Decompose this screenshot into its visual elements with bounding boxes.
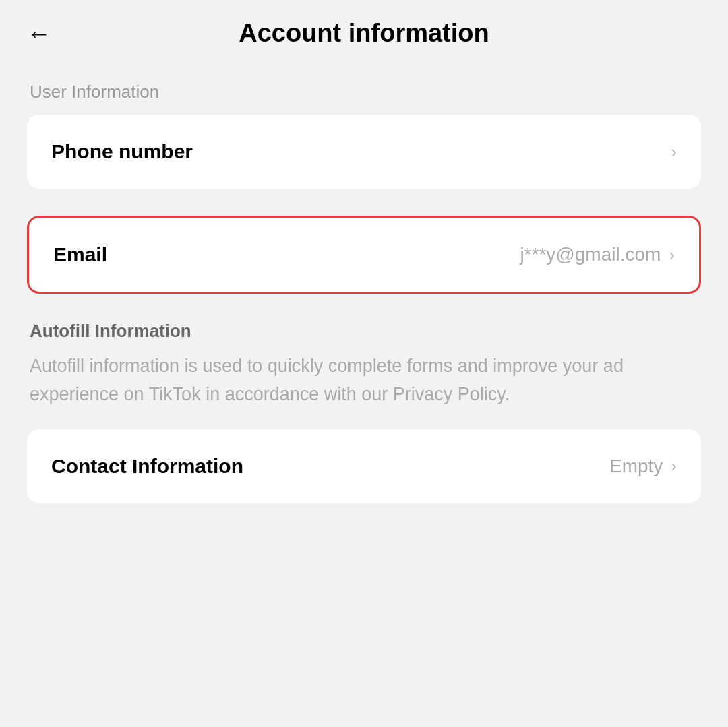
email-label: Email (53, 243, 107, 266)
email-chevron: › (669, 245, 675, 265)
contact-information-chevron: › (671, 455, 677, 476)
autofill-title: Autofill Information (27, 321, 701, 342)
email-value: j***y@gmail.com (520, 244, 661, 265)
phone-number-label: Phone number (51, 140, 193, 163)
contact-information-label: Contact Information (51, 455, 243, 478)
phone-number-card: Phone number › (27, 115, 701, 189)
phone-number-row[interactable]: Phone number › (27, 115, 701, 189)
back-arrow-icon: ← (27, 20, 51, 48)
back-button[interactable]: ← (27, 20, 51, 48)
contact-information-row[interactable]: Contact Information Empty › (27, 429, 701, 503)
main-content: User Information Phone number › Email j*… (0, 61, 728, 550)
user-information-section-label: User Information (27, 82, 701, 102)
page-container: ← Account information User Information P… (0, 0, 728, 550)
email-row[interactable]: Email j***y@gmail.com › (29, 218, 699, 292)
header: ← Account information (0, 0, 728, 61)
email-right: j***y@gmail.com › (520, 244, 675, 265)
phone-number-right: › (663, 141, 677, 162)
phone-number-chevron: › (671, 141, 677, 162)
page-title: Account information (239, 19, 489, 48)
contact-information-value: Empty (609, 455, 663, 477)
contact-information-card: Contact Information Empty › (27, 429, 701, 503)
contact-information-right: Empty › (609, 455, 677, 477)
email-card: Email j***y@gmail.com › (27, 216, 701, 294)
autofill-description: Autofill information is used to quickly … (27, 352, 701, 409)
autofill-section: Autofill Information Autofill informatio… (27, 321, 701, 409)
